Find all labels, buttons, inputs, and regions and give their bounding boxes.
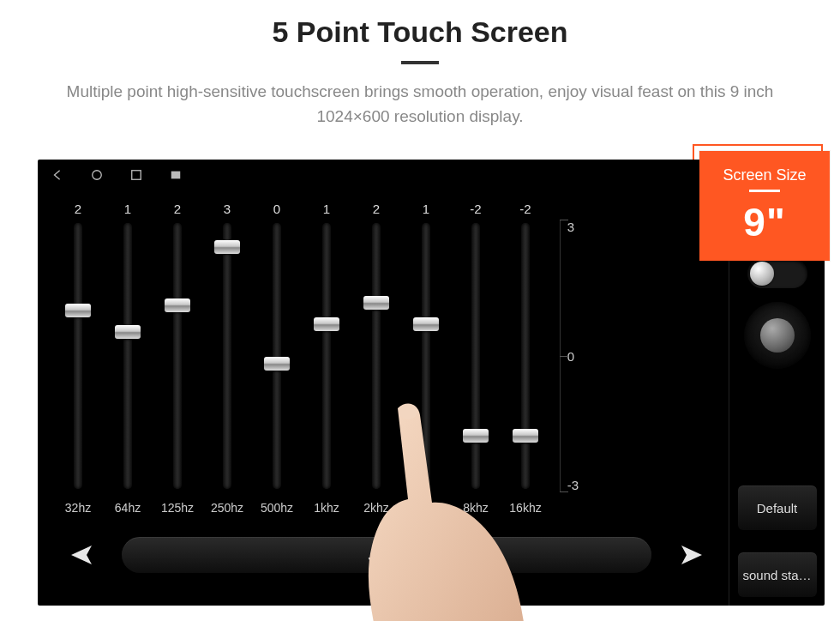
- eq-freq-label: 1khz: [314, 501, 339, 515]
- eq-value: 1: [423, 197, 429, 220]
- eq-band-6: 22khz: [351, 197, 401, 515]
- eq-value: -2: [519, 197, 531, 220]
- eq-slider[interactable]: [422, 223, 430, 489]
- eq-slider[interactable]: [471, 223, 480, 489]
- screen-size-badge: Screen Size 9": [699, 151, 830, 261]
- eq-value: 1: [323, 197, 330, 220]
- scale-mid: 0: [567, 349, 579, 364]
- badge-value: 9": [743, 199, 785, 245]
- slider-thumb-icon: [165, 298, 190, 312]
- recent-icon[interactable]: [130, 169, 142, 181]
- eq-band-4: 0500hz: [252, 197, 302, 515]
- eq-slider[interactable]: [273, 223, 281, 489]
- eq-slider[interactable]: [123, 223, 132, 489]
- eq-band-3: 3250hz: [202, 197, 252, 515]
- badge-divider: [749, 190, 780, 192]
- volume-knob[interactable]: [744, 302, 811, 369]
- eq-freq-label: 250hz: [211, 501, 243, 515]
- toggle-knob: [750, 262, 774, 286]
- slider-thumb-icon: [314, 317, 339, 331]
- default-button[interactable]: Default: [738, 485, 817, 530]
- eq-value: 3: [224, 197, 231, 220]
- eq-value: 2: [75, 197, 81, 220]
- equalizer-panel: 232hz164hz2125hz3250hz0500hz11khz22khz14…: [38, 190, 729, 606]
- eq-value: 2: [174, 197, 181, 220]
- eq-freq-label: 32hz: [65, 501, 91, 515]
- back-icon[interactable]: [51, 169, 63, 181]
- slider-thumb-icon: [513, 429, 538, 443]
- slider-thumb-icon: [264, 357, 290, 371]
- eq-slider[interactable]: [74, 223, 82, 489]
- eq-scale: 30-3: [550, 197, 588, 492]
- eq-value: 0: [273, 197, 280, 220]
- title-divider: [401, 61, 439, 64]
- eq-freq-label: 16khz: [509, 501, 541, 515]
- preset-name[interactable]: Jazz: [122, 537, 651, 573]
- eq-band-8: -28khz: [451, 197, 501, 515]
- eq-slider[interactable]: [372, 223, 381, 489]
- page-subtitle: Multiple point high-sensitive touchscree…: [43, 80, 797, 129]
- eq-freq-label: 500hz: [261, 501, 293, 515]
- slider-thumb-icon: [413, 317, 439, 331]
- scale-max: 3: [567, 220, 579, 234]
- badge-label: Screen Size: [723, 166, 806, 184]
- slider-thumb-icon: [65, 304, 91, 317]
- eq-slider[interactable]: [173, 223, 182, 489]
- preset-prev-button[interactable]: [62, 540, 99, 570]
- knob-inner: [760, 318, 795, 353]
- sound-stage-button[interactable]: sound sta…: [738, 552, 817, 597]
- eq-freq-label: 64hz: [115, 501, 141, 515]
- eq-band-5: 11khz: [302, 197, 351, 515]
- slider-thumb-icon: [214, 240, 240, 254]
- svg-point-0: [93, 171, 102, 180]
- eq-slider[interactable]: [521, 223, 530, 489]
- effect-toggle[interactable]: [747, 259, 807, 288]
- eq-freq-label: 8khz: [463, 501, 489, 515]
- preset-next-button[interactable]: [674, 540, 711, 570]
- gallery-icon[interactable]: [170, 169, 182, 181]
- page-title: 5 Point Touch Screen: [34, 15, 806, 49]
- home-icon[interactable]: [91, 169, 103, 181]
- eq-band-9: -216khz: [501, 197, 550, 515]
- eq-band-7: 14khz: [401, 197, 451, 515]
- svg-rect-1: [132, 171, 141, 180]
- eq-value: 2: [373, 197, 380, 220]
- eq-value: 1: [124, 197, 131, 220]
- slider-thumb-icon: [363, 296, 389, 310]
- slider-thumb-icon: [115, 325, 141, 339]
- eq-freq-label: 125hz: [161, 501, 194, 515]
- eq-slider[interactable]: [322, 223, 331, 489]
- svg-rect-2: [171, 172, 181, 179]
- eq-freq-label: 2khz: [363, 501, 389, 515]
- eq-band-1: 164hz: [103, 197, 153, 515]
- eq-freq-label: 4khz: [413, 501, 439, 515]
- eq-band-2: 2125hz: [153, 197, 202, 515]
- eq-band-0: 232hz: [53, 197, 103, 515]
- eq-value: -2: [470, 197, 481, 220]
- slider-thumb-icon: [463, 429, 489, 443]
- eq-slider[interactable]: [223, 223, 231, 489]
- scale-min: -3: [567, 478, 579, 492]
